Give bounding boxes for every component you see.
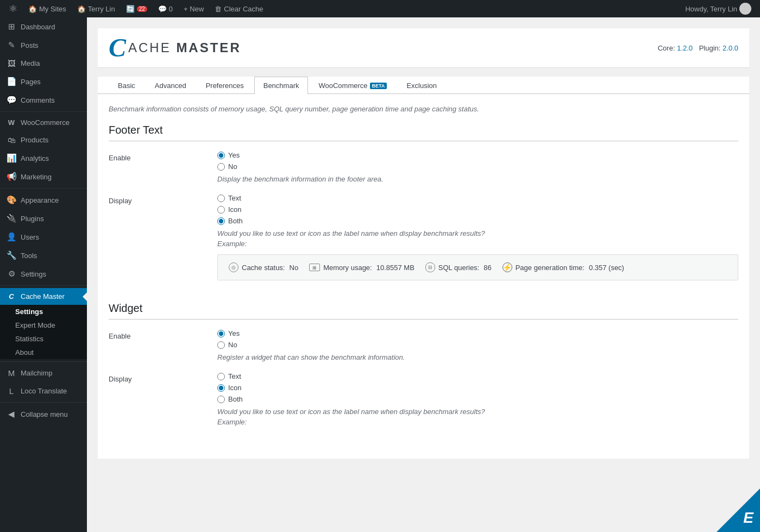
preview-memory: ▦ Memory usage: 10.8557 MB xyxy=(309,264,414,272)
submenu-settings-label: Settings xyxy=(15,308,43,316)
admin-sidebar: ⊞ Dashboard ✎ Posts 🖼 Media 📄 Pages 💬 Co… xyxy=(0,17,87,532)
menu-divider-1 xyxy=(0,111,87,112)
widget-display-icon-radio[interactable] xyxy=(217,384,225,392)
logo-letter: C xyxy=(109,35,126,61)
widget-enable-no-option[interactable]: No xyxy=(217,341,738,349)
sidebar-item-marketing[interactable]: 📢 Marketing xyxy=(0,167,87,186)
dashboard-icon: ⊞ xyxy=(7,22,16,32)
tab-benchmark[interactable]: Benchmark xyxy=(254,77,309,94)
tab-basic-label: Basic xyxy=(118,82,135,90)
comments-count: 0 xyxy=(169,5,173,13)
widget-enable-no-label: No xyxy=(228,341,237,349)
core-version-link[interactable]: 1.2.0 xyxy=(677,44,693,52)
widget-display-text-option[interactable]: Text xyxy=(217,372,738,380)
enable-radio-group: Yes No xyxy=(217,151,738,171)
updates-icon: 🔄 xyxy=(126,5,135,13)
adminbar-updates[interactable]: 🔄 22 xyxy=(122,0,152,17)
display-text-option[interactable]: Text xyxy=(217,194,738,202)
user-avatar xyxy=(739,3,751,15)
collapse-icon: ◀ xyxy=(7,409,16,419)
widget-display-both-radio[interactable] xyxy=(217,396,225,403)
enable-no-radio[interactable] xyxy=(217,163,225,171)
products-icon: 🛍 xyxy=(7,135,16,145)
display-both-option[interactable]: Both xyxy=(217,217,738,225)
display-icon-radio[interactable] xyxy=(217,206,225,214)
adminbar-comments[interactable]: 💬 0 xyxy=(154,0,177,17)
widget-display-row: Display Text I xyxy=(109,367,738,431)
sidebar-item-plugins[interactable]: 🔌 Plugins xyxy=(0,209,87,228)
submenu-settings[interactable]: Settings xyxy=(0,305,87,318)
widget-enable-yes-option[interactable]: Yes xyxy=(217,329,738,337)
sidebar-item-media[interactable]: 🖼 Media xyxy=(0,54,87,72)
sidebar-item-products[interactable]: 🛍 Products xyxy=(0,131,87,149)
sidebar-item-mailchimp[interactable]: M Mailchimp xyxy=(0,364,87,382)
howdy-text: Howdy, Terry Lin xyxy=(685,5,737,13)
submenu-about[interactable]: About xyxy=(0,346,87,359)
display-text-radio[interactable] xyxy=(217,195,225,202)
sidebar-item-posts[interactable]: ✎ Posts xyxy=(0,36,87,54)
widget-enable-yes-radio[interactable] xyxy=(217,330,225,337)
plugin-version-link[interactable]: 2.0.0 xyxy=(723,44,738,52)
sidebar-item-pages[interactable]: 📄 Pages xyxy=(0,72,87,91)
enable-no-option[interactable]: No xyxy=(217,162,738,171)
tab-basic[interactable]: Basic xyxy=(109,77,145,94)
sidebar-item-appearance[interactable]: 🎨 Appearance xyxy=(0,191,87,209)
sidebar-label-dashboard: Dashboard xyxy=(21,23,55,31)
footer-text-form: Enable Yes No xyxy=(109,146,738,286)
submenu-statistics[interactable]: Statistics xyxy=(0,332,87,346)
widget-form: Enable Yes No xyxy=(109,324,738,431)
adminbar-user[interactable]: Howdy, Terry Lin xyxy=(681,0,756,17)
cache-status-value: No xyxy=(290,264,299,272)
tab-advanced[interactable]: Advanced xyxy=(146,77,196,94)
enable-yes-option[interactable]: Yes xyxy=(217,151,738,159)
cache-master-submenu: Settings Expert Mode Statistics About xyxy=(0,305,87,359)
preview-cache-status: ◎ Cache status: No xyxy=(229,262,298,272)
adminbar-my-sites[interactable]: 🏠 My Sites xyxy=(24,0,71,17)
tab-exclusion[interactable]: Exclusion xyxy=(397,77,446,94)
tab-woocommerce[interactable]: WooCommerce BETA xyxy=(309,77,396,94)
sidebar-item-woocommerce[interactable]: W WooCommerce xyxy=(0,114,87,131)
adminbar-site-name[interactable]: 🏠 Terry Lin xyxy=(73,0,120,17)
footer-preview-box: ◎ Cache status: No ▦ Memory usage: xyxy=(217,254,738,280)
widget-display-icon-option[interactable]: Icon xyxy=(217,384,738,392)
pages-icon: 📄 xyxy=(7,77,16,86)
sidebar-item-users[interactable]: 👤 Users xyxy=(0,228,87,246)
new-label: + New xyxy=(184,5,204,13)
adminbar-new[interactable]: + New xyxy=(179,0,208,17)
sidebar-item-analytics[interactable]: 📊 Analytics xyxy=(0,149,87,167)
memory-value: 10.8557 MB xyxy=(376,264,414,272)
submenu-expert-mode[interactable]: Expert Mode xyxy=(0,318,87,332)
sidebar-item-comments[interactable]: 💬 Comments xyxy=(0,91,87,109)
widget-enable-no-radio[interactable] xyxy=(217,341,225,349)
tab-preferences-label: Preferences xyxy=(206,82,244,90)
display-label-cell: Display xyxy=(109,189,217,286)
sidebar-item-dashboard[interactable]: ⊞ Dashboard xyxy=(0,17,87,36)
display-both-label: Both xyxy=(228,217,243,225)
widget-display-both-option[interactable]: Both xyxy=(217,395,738,403)
sidebar-item-collapse[interactable]: ◀ Collapse menu xyxy=(0,405,87,423)
beta-badge: BETA xyxy=(370,83,387,89)
widget-title: Widget xyxy=(109,302,738,320)
adminbar-wp-logo[interactable]: ⚛ xyxy=(4,0,22,17)
tab-preferences[interactable]: Preferences xyxy=(197,77,253,94)
analytics-icon: 📊 xyxy=(7,153,16,163)
comments-nav-icon: 💬 xyxy=(7,95,16,105)
sidebar-item-cache-master[interactable]: C Cache Master xyxy=(0,288,87,305)
appearance-icon: 🎨 xyxy=(7,195,16,205)
sidebar-item-settings[interactable]: ⚙ Settings xyxy=(0,265,87,283)
adminbar-clear-cache[interactable]: 🗑 Clear Cache xyxy=(210,0,267,17)
sidebar-item-tools[interactable]: 🔧 Tools xyxy=(0,246,87,265)
sidebar-label-settings: Settings xyxy=(21,270,46,278)
display-icon-label: Icon xyxy=(228,205,242,214)
widget-display-text-radio[interactable] xyxy=(217,373,225,380)
sidebar-item-loco-translate[interactable]: L Loco Translate xyxy=(0,382,87,400)
sidebar-label-cache-master: Cache Master xyxy=(21,292,65,301)
loco-translate-icon: L xyxy=(7,386,16,396)
display-both-radio[interactable] xyxy=(217,217,225,225)
widget-enable-label: Enable xyxy=(109,332,130,340)
display-icon-option[interactable]: Icon xyxy=(217,205,738,214)
woocommerce-icon: W xyxy=(7,118,16,127)
sql-value: 86 xyxy=(483,264,491,272)
plugins-icon: 🔌 xyxy=(7,214,16,223)
enable-yes-radio[interactable] xyxy=(217,152,225,159)
